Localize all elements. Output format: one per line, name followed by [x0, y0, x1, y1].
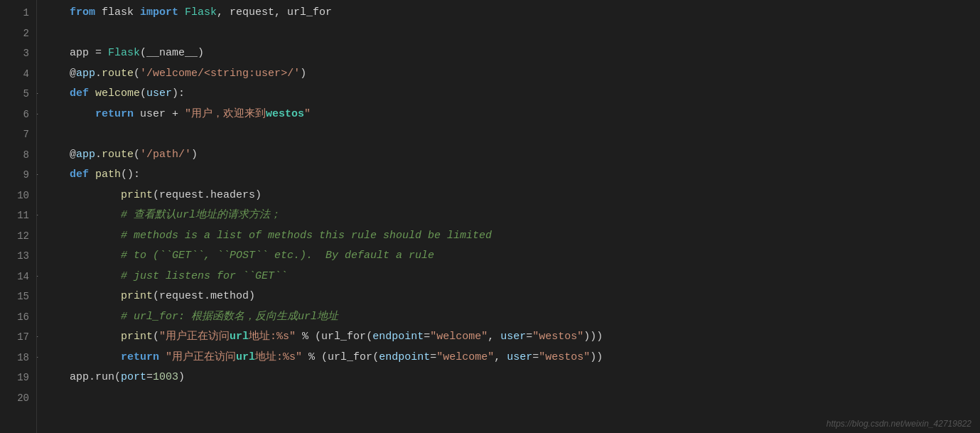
code-line-6: ─ return user + "用户，欢迎来到westos" — [44, 105, 980, 125]
line-num-4: 4 — [0, 64, 29, 85]
line-num-18: 18 — [0, 348, 29, 368]
line-num-12: 12 — [0, 226, 29, 247]
code-line-9: ─ def path(): — [44, 165, 980, 186]
code-content: from flask import Flask, request, url_fo… — [37, 0, 980, 433]
code-line-11: ─ # 查看默认url地址的请求方法； — [44, 205, 980, 226]
line-num-7: 7 — [0, 124, 29, 145]
line-num-13: 13 — [0, 246, 29, 267]
code-line-8: @app.route('/path/') — [44, 145, 980, 166]
line-num-9: 9 — [0, 165, 29, 186]
line-num-8: 8 — [0, 145, 29, 166]
code-line-12: # methods is a list of methods this rule… — [44, 226, 980, 247]
line-num-20: 20 — [0, 388, 29, 409]
code-line-4: @app.route('/welcome/<string:user>/') — [44, 64, 980, 85]
code-line-15: print(request.method) — [44, 287, 980, 307]
code-line-14: ─ # just listens for ``GET`` — [44, 267, 980, 287]
line-num-5: 5 — [0, 84, 29, 105]
line-num-15: 15 — [0, 287, 29, 307]
code-line-7 — [44, 124, 980, 145]
watermark: https://blog.csdn.net/weixin_42719822 — [826, 419, 971, 429]
code-line-17: ─ print("用户正在访问url地址:%s" % (url_for(endp… — [44, 327, 980, 348]
line-num-19: 19 — [0, 368, 29, 388]
code-editor: 1 2 3 4 5 6 7 8 9 10 11 12 13 14 15 16 1… — [0, 0, 980, 433]
code-line-19: app.run(port=1003) — [44, 368, 980, 388]
code-line-18: ─ return "用户正在访问url地址:%s" % (url_for(end… — [44, 348, 980, 368]
code-line-20 — [44, 388, 980, 409]
line-num-11: 11 — [0, 205, 29, 226]
code-line-2 — [44, 23, 980, 44]
line-num-14: 14 — [0, 267, 29, 287]
line-num-3: 3 — [0, 43, 29, 64]
code-line-16: # url_for: 根据函数名，反向生成url地址 — [44, 307, 980, 328]
line-num-16: 16 — [0, 307, 29, 328]
line-num-6: 6 — [0, 105, 29, 125]
line-num-10: 10 — [0, 186, 29, 206]
line-numbers: 1 2 3 4 5 6 7 8 9 10 11 12 13 14 15 16 1… — [0, 0, 37, 433]
code-line-1: from flask import Flask, request, url_fo… — [44, 3, 980, 23]
code-line-13: # to (``GET``, ``POST`` etc.). By defaul… — [44, 246, 980, 267]
line-num-2: 2 — [0, 23, 29, 44]
line-num-1: 1 — [0, 3, 29, 23]
code-line-10: print(request.headers) — [44, 186, 980, 206]
line-num-17: 17 — [0, 327, 29, 348]
code-line-3: app = Flask(__name__) — [44, 43, 980, 64]
code-line-5: ─ def welcome(user): — [44, 84, 980, 105]
